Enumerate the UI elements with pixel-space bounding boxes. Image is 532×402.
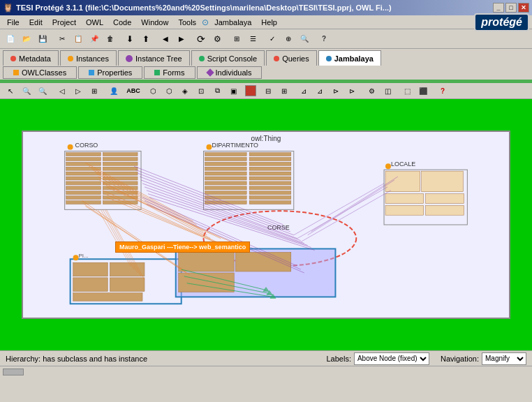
svg-rect-44 — [249, 181, 291, 185]
titlebar-controls[interactable]: _ □ ✕ — [493, 3, 529, 13]
properties-dot — [89, 70, 94, 75]
menu-owl[interactable]: OWL — [82, 17, 108, 28]
scroll-thumb[interactable] — [3, 368, 24, 375]
svg-rect-3 — [66, 157, 101, 161]
graph-visualization: CORSO — [23, 132, 509, 318]
tab-metadata[interactable]: Metadata — [3, 50, 59, 66]
export-button[interactable]: ⬆ — [138, 31, 154, 47]
metadata-tab-dot — [10, 56, 16, 61]
color-tool[interactable] — [245, 85, 256, 96]
next-node[interactable]: ▷ — [71, 83, 86, 98]
svg-rect-16 — [103, 167, 138, 170]
svg-rect-4 — [66, 162, 101, 165]
graph-canvas[interactable]: owl:Thing — [22, 131, 510, 319]
menu-window[interactable]: Window — [137, 17, 172, 28]
tab-individuals[interactable]: Individuals — [197, 66, 263, 79]
instances-tab-dot — [68, 56, 73, 61]
layout-tool2[interactable]: ⊞ — [276, 83, 292, 98]
export-img[interactable]: ⬚ — [399, 83, 415, 98]
graph-tool[interactable]: ◫ — [380, 83, 395, 98]
menu-code[interactable]: Code — [109, 17, 135, 28]
prev-node[interactable]: ◁ — [54, 83, 70, 98]
copy-button[interactable]: 📋 — [71, 31, 86, 47]
back-button[interactable]: ◀ — [158, 31, 173, 47]
maximize-button[interactable]: □ — [505, 3, 517, 13]
node-tool5[interactable]: ⧉ — [209, 83, 225, 98]
menu-project[interactable]: Project — [48, 17, 80, 28]
tab-script-console[interactable]: Script Console — [191, 50, 265, 66]
node-tool6[interactable]: ▣ — [226, 83, 241, 98]
expand-node[interactable]: ⊞ — [87, 83, 102, 98]
cut-button[interactable]: ✂ — [54, 31, 70, 47]
svg-rect-8 — [66, 181, 101, 185]
navigation-dropdown[interactable]: Magnify Pan Overview — [482, 352, 526, 365]
node-tool2[interactable]: ⬡ — [161, 83, 177, 98]
node-tool1[interactable]: ⬡ — [145, 83, 161, 98]
list-button[interactable]: ☰ — [245, 31, 260, 47]
tab-owlclasses[interactable]: OWLClasses — [3, 66, 77, 79]
tab-forms[interactable]: Forms — [144, 66, 195, 79]
individuals-dot — [206, 68, 214, 76]
merge-button[interactable]: ⊕ — [281, 31, 296, 47]
menu-tools[interactable]: Tools — [174, 17, 200, 28]
refresh-button[interactable]: ⟳ — [193, 31, 209, 47]
node-tool3[interactable]: ◈ — [177, 83, 193, 98]
svg-rect-32 — [205, 177, 247, 180]
person-tool[interactable]: 👤 — [106, 83, 121, 98]
svg-text:DIPARTIMENTO: DIPARTIMENTO — [212, 142, 258, 149]
paste-button[interactable]: 📌 — [87, 31, 102, 47]
instance-tree-tab-dot — [124, 53, 134, 63]
close-button[interactable]: ✕ — [518, 3, 529, 13]
menu-help[interactable]: Help — [257, 17, 281, 28]
tab-instances[interactable]: Instances — [60, 50, 117, 66]
new-button[interactable]: 📄 — [3, 31, 18, 47]
check-button[interactable]: ✓ — [265, 31, 280, 47]
svg-rect-14 — [103, 157, 138, 161]
save-layout[interactable]: ⬛ — [415, 83, 431, 98]
svg-rect-65 — [110, 262, 145, 276]
svg-rect-15 — [103, 162, 138, 165]
svg-rect-45 — [249, 186, 291, 190]
forms-label: Forms — [163, 68, 184, 77]
filter-tool1[interactable]: ⊿ — [296, 83, 311, 98]
svg-rect-67 — [73, 293, 142, 302]
svg-rect-54 — [385, 194, 424, 204]
grid-button[interactable]: ⊞ — [229, 31, 244, 47]
open-button[interactable]: 📂 — [19, 31, 34, 47]
node-tool4[interactable]: ⊡ — [193, 83, 209, 98]
delete-button[interactable]: 🗑 — [103, 31, 118, 47]
svg-point-69 — [73, 255, 79, 260]
save-button[interactable]: 💾 — [35, 31, 50, 47]
tab-properties[interactable]: Properties — [78, 66, 142, 79]
filter-tool2[interactable]: ⊿ — [312, 83, 327, 98]
script-console-tab-label: Script Console — [207, 54, 258, 63]
svg-rect-38 — [249, 153, 291, 156]
help-jambalaya[interactable]: ? — [435, 83, 450, 98]
svg-rect-71 — [179, 252, 235, 271]
menu-edit[interactable]: Edit — [25, 17, 47, 28]
tab-instance-tree[interactable]: Instance Tree — [118, 50, 190, 66]
menu-file[interactable]: File — [3, 17, 24, 28]
menu-jambalaya[interactable]: Jambalaya — [210, 17, 256, 28]
filter-tool3[interactable]: ⊳ — [328, 83, 343, 98]
minimize-button[interactable]: _ — [493, 3, 504, 13]
svg-rect-7 — [66, 177, 101, 180]
layout-tool1[interactable]: ⊟ — [260, 83, 276, 98]
svg-point-50 — [206, 144, 212, 150]
arrow-tool[interactable]: ↖ — [3, 83, 18, 98]
search-button[interactable]: 🔍 — [297, 31, 312, 47]
text-tool[interactable]: ABC — [126, 83, 141, 98]
forward-button[interactable]: ▶ — [174, 31, 189, 47]
filter-tool4[interactable]: ⊳ — [344, 83, 360, 98]
zoom-out[interactable]: 🔍 — [35, 83, 50, 98]
help-btn[interactable]: ? — [316, 31, 332, 47]
tab-jambalaya[interactable]: Jambalaya — [318, 50, 381, 66]
tab-queries[interactable]: Queries — [266, 50, 317, 66]
main-canvas-area: owl:Thing — [0, 99, 532, 350]
svg-rect-33 — [205, 181, 247, 185]
zoom-in[interactable]: 🔍 — [19, 83, 34, 98]
settings-tool[interactable]: ⚙ — [364, 83, 379, 98]
import-button[interactable]: ⬇ — [122, 31, 138, 47]
config-button[interactable]: ⚙ — [209, 31, 225, 47]
labels-dropdown[interactable]: Above Node (fixed) Below Node Center — [354, 352, 429, 365]
